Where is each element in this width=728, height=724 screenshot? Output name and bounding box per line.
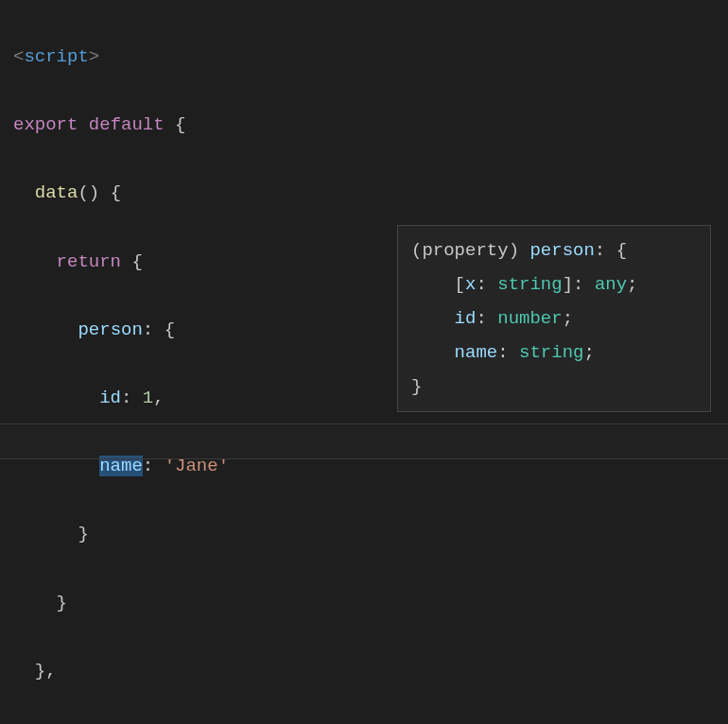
ts-type: string	[519, 342, 583, 363]
property-key: person	[78, 319, 142, 340]
punct: :	[476, 308, 497, 329]
punct: :	[143, 456, 165, 476]
indent	[13, 524, 78, 544]
indent	[13, 319, 78, 340]
tooltip-line: (property) person: {	[411, 233, 697, 267]
paren: )	[509, 240, 530, 261]
indent	[13, 251, 57, 272]
code-line[interactable]: }	[13, 517, 728, 551]
indent	[411, 308, 455, 329]
tooltip-line: id: number;	[411, 302, 697, 336]
ts-type: any	[595, 274, 627, 295]
code-line[interactable]: export default {	[13, 108, 728, 142]
indent	[13, 593, 57, 613]
brace: {	[121, 251, 143, 272]
property-key: id	[99, 388, 121, 408]
punct: :	[121, 388, 143, 408]
code-line[interactable]: data() {	[13, 176, 728, 210]
ts-type: string	[497, 274, 562, 295]
brace: }	[57, 593, 67, 613]
punct: ,	[153, 388, 164, 408]
punct: () {	[78, 182, 121, 203]
indent	[13, 456, 99, 476]
index-var: x	[465, 274, 476, 295]
tooltip-line: [x: string]: any;	[411, 267, 697, 302]
punct: :	[476, 274, 497, 295]
keyword-export: export	[13, 114, 78, 135]
bracket: [	[455, 274, 465, 295]
paren: (	[411, 240, 422, 261]
semicolon: ;	[583, 342, 594, 363]
prop-key: name	[455, 342, 498, 363]
indent	[411, 342, 455, 363]
method-name: data	[35, 182, 78, 203]
indent	[411, 274, 455, 295]
property-key-selected: name	[99, 456, 143, 476]
semicolon: ;	[563, 308, 573, 329]
bracket: ]:	[563, 274, 595, 295]
property-keyword: property	[422, 240, 508, 261]
tooltip-line: }	[411, 370, 697, 404]
brace: }	[78, 524, 88, 544]
punct: : {	[143, 319, 175, 340]
brace: }	[411, 376, 422, 397]
keyword-return: return	[57, 251, 121, 272]
number-literal: 1	[143, 388, 153, 408]
punct: :	[497, 342, 519, 363]
semicolon: ;	[627, 274, 637, 295]
code-line[interactable]: }	[13, 586, 728, 620]
keyword-default: default	[89, 114, 165, 135]
brace: },	[35, 661, 57, 681]
tooltip-prop-name: person	[529, 240, 594, 261]
tooltip-line: name: string;	[411, 336, 697, 370]
code-line[interactable]: name: 'Jane'	[13, 449, 728, 483]
indent	[13, 182, 35, 203]
tag-name: script	[24, 46, 88, 67]
tag-bracket: <	[13, 46, 24, 67]
prop-key: id	[455, 308, 477, 329]
brace: {	[165, 114, 186, 135]
hover-type-tooltip: (property) person: { [x: string]: any; i…	[397, 225, 711, 412]
indent	[13, 388, 99, 408]
code-line[interactable]: },	[13, 654, 728, 688]
indent	[13, 661, 35, 681]
tag-bracket: >	[89, 46, 99, 67]
ts-type: number	[497, 308, 562, 329]
code-line[interactable]: <script>	[13, 40, 728, 74]
punct: : {	[595, 240, 627, 261]
string-literal: 'Jane'	[165, 456, 229, 476]
